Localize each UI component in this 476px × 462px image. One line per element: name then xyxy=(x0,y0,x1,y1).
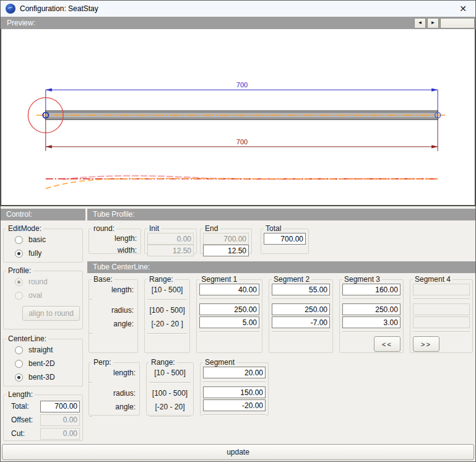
total-length-input[interactable] xyxy=(40,401,80,412)
centerline-curves xyxy=(46,176,438,189)
segment-1-label: Segment 1 xyxy=(199,275,239,284)
perp-radius-label: radius: xyxy=(92,387,137,399)
total-input[interactable] xyxy=(264,233,306,245)
radio-basic[interactable]: basic xyxy=(6,233,80,246)
segment-4-group: Segment 4 >> xyxy=(410,275,473,353)
preview-prev-button[interactable]: ◄ xyxy=(414,18,426,28)
close-icon[interactable]: ✕ xyxy=(456,4,470,14)
end-label: End xyxy=(203,224,220,233)
radio-bent-3d-label: bent-3D xyxy=(28,373,55,381)
control-panel: Control: EditMode: basic fully Profile: … xyxy=(1,209,85,441)
radio-bent-2d[interactable]: bent-2D xyxy=(6,357,80,370)
cut-label: Cut: xyxy=(6,429,35,438)
bottom-dimension xyxy=(46,115,438,151)
segment-4-label: Segment 4 xyxy=(413,275,452,284)
segment-4-length-input xyxy=(413,284,470,295)
base-radius-label: radius: xyxy=(92,304,135,316)
segment-2-length-input[interactable] xyxy=(272,284,330,295)
radio-icon xyxy=(15,292,23,300)
base-angle-label: angle: xyxy=(92,318,135,330)
segment-3-angle-input[interactable] xyxy=(342,316,400,328)
perp-radius-input[interactable] xyxy=(203,386,266,398)
segment-3-label: Segment 3 xyxy=(342,275,382,284)
end-length-input xyxy=(203,233,249,245)
tube-profile-header: Tube Profile: xyxy=(87,209,475,220)
editmode-label: EditMode: xyxy=(6,224,43,233)
segment-1-length-input[interactable] xyxy=(199,284,259,295)
end-group: End xyxy=(200,224,252,254)
perp-labels-group: Perp: length: radius: angle: xyxy=(89,358,140,416)
radio-straight[interactable]: straight xyxy=(6,343,80,357)
base-length-label: length: xyxy=(92,284,135,296)
segment-2-radius-input[interactable] xyxy=(272,303,330,315)
offset-label: Offset: xyxy=(6,416,35,424)
editmode-group: EditMode: basic fully xyxy=(3,224,83,263)
perp-segment-group: Segment xyxy=(200,358,269,416)
total-label: Total xyxy=(264,224,283,233)
centerline-group: CenterLine: straight bent-2D bent-3D xyxy=(3,334,83,386)
shift-right-button[interactable]: >> xyxy=(413,336,439,352)
tube-centerline-header: Tube CenterLine: xyxy=(87,261,475,273)
perp-angle-input[interactable] xyxy=(203,399,266,411)
perp-angle-label: angle: xyxy=(92,401,137,413)
segment-2-angle-input[interactable] xyxy=(272,316,330,328)
radio-icon xyxy=(15,360,23,368)
segment-2-label: Segment 2 xyxy=(272,275,311,284)
bottom-dimension-label: 700 xyxy=(236,138,248,146)
parameter-panels: Control: EditMode: basic fully Profile: … xyxy=(1,207,475,461)
radio-fully-label: fully xyxy=(28,249,41,258)
length-group: Length: Total: Offset: Cut: xyxy=(3,390,83,441)
preview-label: Preview: xyxy=(7,19,414,27)
title-bar: Configuration: SeatStay ✕ xyxy=(1,1,475,17)
profile-label: Profile: xyxy=(6,266,33,275)
base-range-angle: [-20 - 20 ] xyxy=(147,318,187,330)
round-labels-group: round: length: width: xyxy=(89,224,141,254)
width-row-label: width: xyxy=(92,245,138,256)
update-button[interactable]: update xyxy=(2,444,474,460)
segment-3-length-input[interactable] xyxy=(342,284,400,295)
segment-2-group: Segment 2 xyxy=(269,275,333,353)
perp-length-label: length: xyxy=(92,367,137,379)
total-group: Total xyxy=(261,224,309,254)
preview-canvas[interactable]: 700 700 xyxy=(1,29,475,206)
segment-3-radius-input[interactable] xyxy=(342,303,400,315)
radio-straight-label: straight xyxy=(28,346,53,354)
init-width-input xyxy=(147,245,194,256)
tube-profile-row: round: length: width: Init End Total xyxy=(87,224,475,254)
perp-range-group: Range: [10 - 500] [100 - 500] [-20 - 20] xyxy=(146,358,194,416)
shift-left-button[interactable]: << xyxy=(374,336,400,352)
top-dimension-label: 700 xyxy=(236,81,248,89)
base-labels-group: Base: length: radius: angle: xyxy=(89,275,138,353)
radio-bent-3d[interactable]: bent-3D xyxy=(6,370,80,384)
base-range-label: Range: xyxy=(147,275,175,284)
base-label: Base: xyxy=(92,275,115,284)
base-row: Base: length: radius: angle: Range: [10 … xyxy=(87,275,475,353)
end-width-input[interactable] xyxy=(203,245,249,256)
perp-range-angle: [-20 - 20] xyxy=(149,401,191,413)
init-group: Init xyxy=(144,224,197,254)
segment-4-radius-input xyxy=(413,303,470,315)
init-label: Init xyxy=(147,224,161,233)
segment-3-group: Segment 3 << xyxy=(339,275,404,353)
align-to-round-button: align to round xyxy=(22,306,80,321)
radio-icon xyxy=(15,346,23,354)
window-title: Configuration: SeatStay xyxy=(20,4,456,13)
control-header: Control: xyxy=(1,209,85,220)
base-range-length: [10 - 500] xyxy=(147,284,187,296)
configuration-dialog: Configuration: SeatStay ✕ Preview: ◄ ► 7… xyxy=(0,0,476,462)
centerline-label: CenterLine: xyxy=(6,334,48,343)
perp-range-radius: [100 - 500] xyxy=(149,387,191,399)
base-range-radius: [100 - 500] xyxy=(147,304,187,316)
perp-range-label: Range: xyxy=(149,358,177,367)
round-label: round: xyxy=(92,224,116,233)
profile-group: Profile: round oval align to round xyxy=(3,266,83,329)
preview-bar: Preview: ◄ ► xyxy=(1,17,475,29)
segment-1-angle-input[interactable] xyxy=(199,316,259,328)
preview-next-button[interactable]: ► xyxy=(427,18,439,28)
perp-length-input[interactable] xyxy=(203,367,266,378)
segment-1-radius-input[interactable] xyxy=(199,303,259,315)
radio-fully[interactable]: fully xyxy=(6,246,80,260)
radio-round: round xyxy=(6,275,80,289)
perp-label: Perp: xyxy=(92,358,113,367)
preview-extra-button[interactable] xyxy=(440,18,475,28)
